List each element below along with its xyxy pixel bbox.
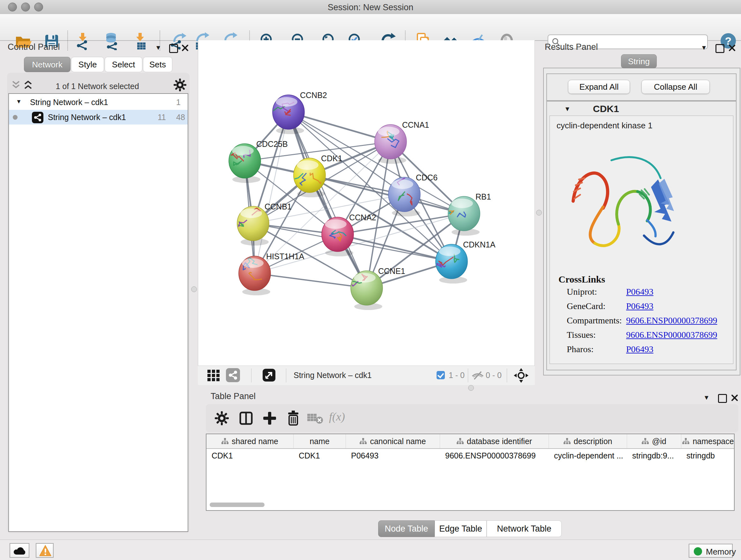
delete-column-trash-icon[interactable]: [286, 410, 301, 426]
bottom-splitter-handle[interactable]: [468, 385, 474, 391]
table-cell[interactable]: CDK1: [293, 449, 346, 463]
results-panel-title: Results Panel: [545, 42, 598, 52]
network-edge[interactable]: [288, 112, 367, 288]
strip-separator: [507, 368, 507, 382]
tab-select[interactable]: Select: [105, 57, 142, 72]
tab-style[interactable]: Style: [71, 57, 104, 72]
column-hierarchy-icon: [642, 438, 649, 444]
table-panel-title: Table Panel: [211, 391, 256, 401]
network-node-CDC25B[interactable]: CDC25B: [229, 139, 288, 183]
table-cell[interactable]: stringdb: [681, 449, 735, 463]
tab-node-table[interactable]: Node Table: [378, 520, 434, 537]
crosslink-tissues-link[interactable]: 9606.ENSP00000378699: [626, 330, 717, 340]
add-column-plus-icon[interactable]: [262, 411, 277, 426]
function-builder-icon: f(x): [329, 410, 345, 423]
network-edge[interactable]: [255, 273, 367, 288]
table-row[interactable]: CDK1CDK1P064939606.ENSP00000378699cyclin…: [206, 449, 734, 463]
network-view-share-icon[interactable]: [226, 368, 240, 382]
column-header-database-identifier[interactable]: database identifier: [440, 434, 549, 448]
network-node-CCNE1[interactable]: CCNE1: [340, 266, 405, 310]
gene-symbol-heading: CDK1: [593, 104, 619, 114]
tab-string-results[interactable]: String: [621, 54, 657, 68]
tab-edge-table[interactable]: Edge Table: [434, 520, 487, 537]
column-header-canonical-name[interactable]: canonical name: [346, 434, 440, 448]
network-node-CCNA2[interactable]: CCNA2: [322, 213, 376, 256]
network-graph[interactable]: CCNB2CCNA1CDC25BCDK1CDC6RB1CCNB1CCNA2CDK…: [198, 40, 535, 366]
detach-view-icon[interactable]: [263, 369, 275, 381]
selected-node-edge-counts: 1 - 0: [449, 371, 465, 380]
table-cell[interactable]: P06493: [346, 449, 440, 463]
table-cell[interactable]: stringdb:9...: [627, 449, 681, 463]
control-panel-float-icon[interactable]: [169, 44, 178, 53]
network-options-gear-icon[interactable]: [174, 78, 186, 91]
results-panel-float-icon[interactable]: [716, 44, 724, 53]
grid-view-icon[interactable]: [207, 369, 221, 382]
column-header-shared-name[interactable]: shared name: [206, 434, 293, 448]
fit-content-crosshair-icon[interactable]: [514, 368, 529, 383]
crosslink-label: Compartments:: [567, 315, 622, 326]
collection-expand-icon[interactable]: ▼: [16, 98, 22, 105]
table-panel-collapse-icon[interactable]: ▼: [703, 394, 710, 401]
control-panel-collapse-icon[interactable]: ▼: [155, 44, 161, 51]
column-header-namespace[interactable]: namespace: [681, 434, 735, 448]
table-panel-float-icon[interactable]: [718, 394, 727, 403]
table-cell[interactable]: 9606.ENSP00000378699: [440, 449, 549, 463]
column-header--id[interactable]: @id: [627, 434, 681, 448]
tab-network[interactable]: Network: [24, 57, 71, 72]
import-network-file-button[interactable]: [75, 32, 92, 50]
network-edge[interactable]: [255, 112, 288, 273]
main-toolbar: ?: [0, 14, 741, 41]
network-node-CCNA1[interactable]: CCNA1: [375, 120, 429, 164]
network-node-HIST1H1A[interactable]: HIST1H1A: [239, 252, 305, 295]
collapse-all-label: Collapse All: [654, 82, 697, 92]
import-network-from-database-button[interactable]: [103, 32, 121, 50]
table-horizontal-scrollbar[interactable]: [210, 503, 265, 507]
node-gloss: [439, 246, 461, 256]
network-edge[interactable]: [338, 234, 452, 261]
warning-icon: [39, 545, 51, 557]
cloud-status-button[interactable]: [10, 543, 29, 558]
network-collection-row[interactable]: ▼ String Network – cdk1 1: [9, 95, 188, 110]
tab-network-table[interactable]: Network Table: [487, 520, 562, 537]
crosslink-genecard-link[interactable]: P06493: [626, 301, 654, 311]
tab-sets-label: Sets: [149, 60, 166, 70]
network-node-CDKN1A[interactable]: CDKN1A: [434, 240, 495, 284]
memory-button[interactable]: Memory: [689, 544, 733, 558]
show-columns-icon[interactable]: [239, 411, 254, 426]
tab-style-label: Style: [78, 60, 97, 70]
table-panel-close-icon[interactable]: [731, 394, 738, 401]
warning-status-button[interactable]: [36, 543, 54, 558]
network-type-icon: [32, 112, 44, 123]
control-panel-close-icon[interactable]: [181, 44, 189, 52]
results-panel-close-icon[interactable]: [728, 44, 736, 52]
collapse-all-button[interactable]: Collapse All: [642, 80, 710, 94]
expand-all-button[interactable]: Expand All: [568, 80, 630, 94]
left-splitter-handle[interactable]: [191, 287, 197, 292]
table-options-gear-icon[interactable]: [215, 411, 229, 425]
control-panel-title: Control Panel: [8, 42, 60, 52]
network-node-CCNB2[interactable]: CCNB2: [268, 91, 327, 134]
results-panel-collapse-icon[interactable]: ▼: [701, 44, 707, 51]
column-header-name[interactable]: name: [293, 434, 346, 448]
crosslink-uniprot-link[interactable]: P06493: [626, 287, 654, 297]
selected-nodes-checkbox-icon[interactable]: [436, 371, 445, 379]
import-table-icon: [132, 32, 150, 50]
network-canvas[interactable]: CCNB2CCNA1CDC25BCDK1CDC6RB1CCNB1CCNA2CDK…: [198, 40, 535, 366]
column-hierarchy-icon: [563, 438, 570, 444]
hidden-elements-eye-icon: [472, 371, 484, 380]
tab-sets[interactable]: Sets: [143, 57, 172, 72]
gene-section-collapse-icon[interactable]: ▼: [564, 105, 570, 113]
crosslink-compartments-link[interactable]: 9606.ENSP00000378699: [626, 315, 717, 326]
import-table-file-button[interactable]: [132, 32, 150, 50]
right-splitter-handle[interactable]: [536, 210, 542, 215]
protein-structure-image: [563, 140, 685, 268]
table-cell[interactable]: CDK1: [206, 449, 293, 463]
collapse-all-networks-icon[interactable]: [11, 80, 20, 90]
tab-edge-table-label: Edge Table: [439, 524, 482, 534]
column-header-description[interactable]: description: [549, 434, 627, 448]
node-gloss: [451, 199, 473, 208]
expand-all-networks-icon[interactable]: [23, 80, 32, 90]
network-row-selected[interactable]: String Network – cdk1 11 48: [9, 110, 188, 125]
crosslink-pharos-link[interactable]: P06493: [626, 344, 654, 354]
table-cell[interactable]: cyclin-dependent ...: [549, 449, 627, 463]
